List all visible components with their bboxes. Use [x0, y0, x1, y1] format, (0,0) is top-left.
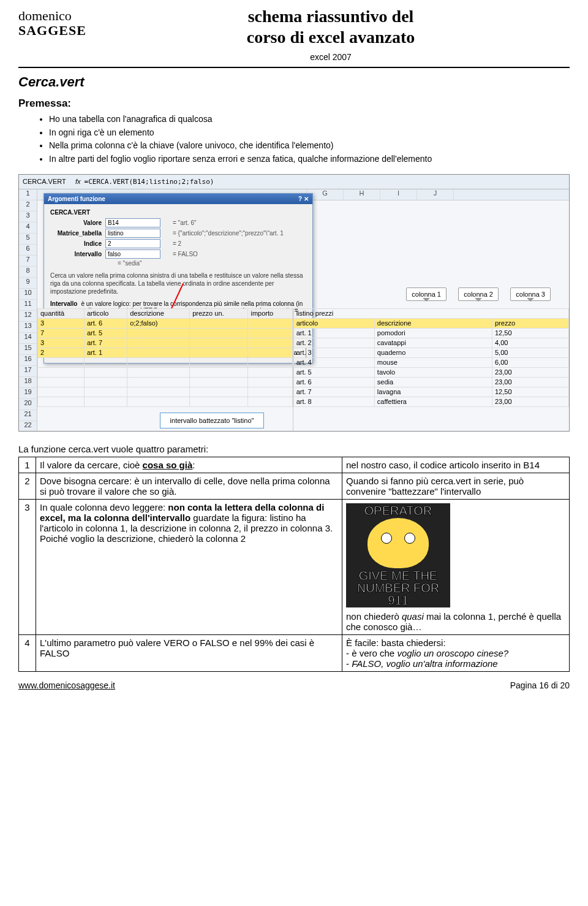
- sub-title: excel 2007: [92, 52, 570, 62]
- meme-image: OPERATOR GIVE ME THE NUMBER FOR 911: [346, 503, 450, 607]
- footer-link[interactable]: www.domenicosaggese.it: [18, 680, 115, 690]
- callout-col3: colonna 3: [510, 287, 551, 301]
- arg-intervallo[interactable]: [105, 249, 160, 259]
- table-row: 1 Il valore da cercare, cioè cosa so già…: [19, 457, 570, 473]
- formula-text[interactable]: =CERCA.VERT(B14;listino;2;falso): [85, 178, 214, 186]
- fx-icon[interactable]: fx: [75, 178, 81, 185]
- callout-col2: colonna 2: [458, 287, 499, 301]
- formula-bar: CERCA.VERT fx =CERCA.VERT(B14;listino;2;…: [19, 175, 569, 189]
- right-table: listino prezzi articolodescrizioneprezzo…: [293, 308, 569, 431]
- table-row: 3 In quale colonna devo leggere: non con…: [19, 499, 570, 634]
- dialog-titlebar[interactable]: Argomenti funzione ? ✕: [44, 194, 312, 204]
- named-range-note: intervallo battezzato "listino": [160, 413, 264, 428]
- bullet: Ho una tabella con l'anagrafica di qualc…: [49, 113, 570, 126]
- excel-screenshot: CERCA.VERT fx =CERCA.VERT(B14;listino;2;…: [18, 174, 570, 432]
- arg-valore[interactable]: [105, 218, 160, 227]
- header-rule: [18, 67, 570, 68]
- title-block: schema riassuntivo del corso di excel av…: [92, 6, 570, 62]
- bullet: Nella prima colonna c'è la chiave (valor…: [49, 140, 570, 152]
- intro-text: La funzione cerca.vert vuole quattro par…: [18, 444, 570, 454]
- bullet: In ogni riga c'è un elemento: [49, 127, 570, 139]
- table-row: 2 Dove bisogna cercare: è un intervallo …: [19, 473, 570, 499]
- main-title-1: schema riassuntivo del: [92, 6, 570, 27]
- name-box[interactable]: CERCA.VERT: [23, 178, 72, 185]
- row-headers: 1234567891011121314151617181920212223: [19, 189, 37, 431]
- parameters-table: 1 Il valore da cercare, cioè cosa so già…: [18, 457, 570, 672]
- logo-name: SAGGESE: [18, 23, 92, 39]
- page-header: domenico SAGGESE schema riassuntivo del …: [18, 6, 570, 62]
- homer-face-icon: [368, 518, 429, 568]
- bullet: In altre parti del foglio voglio riporta…: [49, 153, 570, 166]
- dialog-func-name: CERCA.VERT: [50, 209, 306, 216]
- premessa-heading: Premessa:: [18, 97, 570, 110]
- table-row: 4 L'ultimo parametro può valere VERO o F…: [19, 634, 570, 671]
- premessa-list: Ho una tabella con l'anagrafica di qualc…: [49, 113, 570, 165]
- callout-col1: colonna 1: [406, 287, 447, 301]
- page-footer: www.domenicosaggese.it Pagina 16 di 20: [18, 680, 570, 690]
- main-title-2: corso di excel avanzato: [92, 27, 570, 48]
- grid-area: G H I J Argomenti funzione ? ✕ CERCA.VER…: [37, 189, 569, 431]
- arg-indice[interactable]: [105, 239, 160, 248]
- logo: domenico SAGGESE: [18, 6, 92, 39]
- arg-matrice[interactable]: [105, 229, 160, 238]
- section-title: Cerca.vert: [18, 74, 570, 90]
- logo-signature: domenico: [18, 9, 92, 23]
- page-number: Pagina 16 di 20: [510, 680, 570, 690]
- help-icon[interactable]: ? ✕: [298, 196, 309, 202]
